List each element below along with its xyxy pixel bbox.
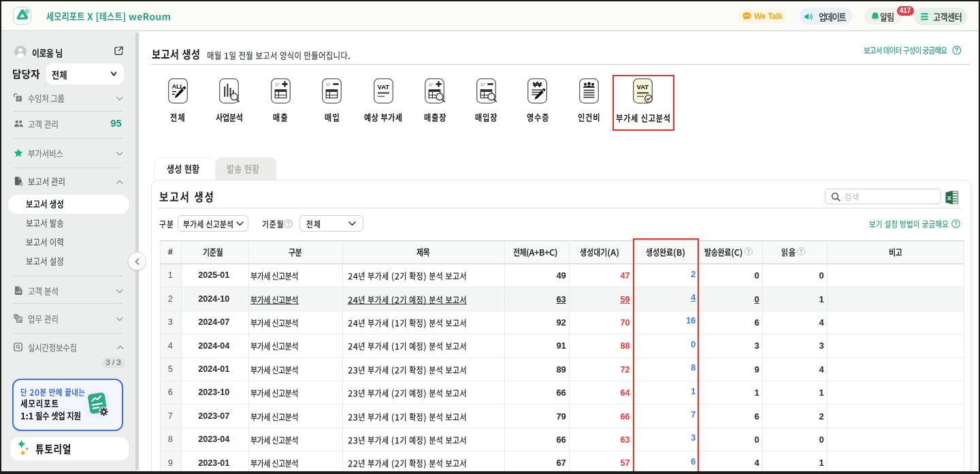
svg-text:ALL: ALL: [172, 83, 184, 90]
svg-text:VAT: VAT: [377, 83, 389, 91]
svg-text:X: X: [947, 193, 951, 201]
